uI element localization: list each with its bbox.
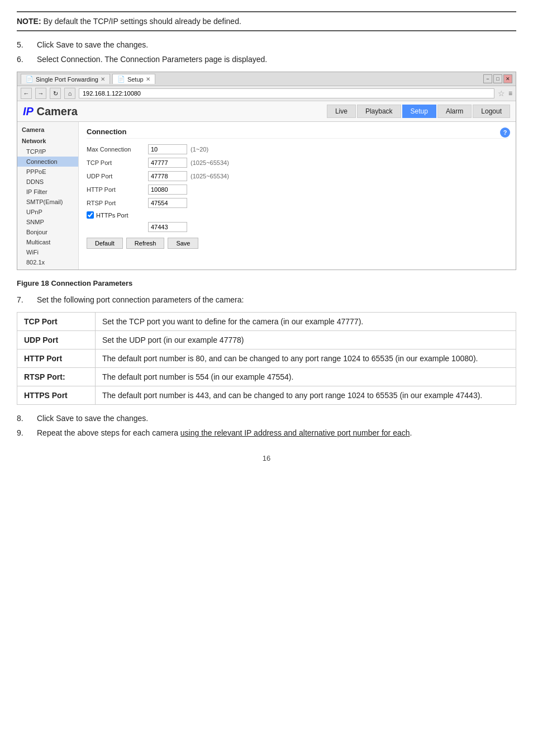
connection-title: Connection (87, 127, 508, 139)
ip-sidebar: Camera Network TCP/IP Connection PPPoE D… (17, 122, 79, 270)
menu-icon[interactable]: ≡ (508, 89, 512, 97)
param-desc: The default port number is 554 (in our e… (96, 368, 516, 386)
win-close-btn[interactable]: ✕ (503, 74, 512, 83)
input-tcp-port[interactable] (148, 158, 187, 168)
sidebar-item-ddns[interactable]: DDNS (17, 177, 78, 187)
step-8-text: Click Save to save the changes. (37, 414, 148, 423)
hint-max-connection: (1~20) (191, 146, 208, 153)
ip-tab-setup[interactable]: Setup (402, 105, 436, 118)
home-button[interactable]: ⌂ (64, 88, 75, 99)
table-row: HTTP PortThe default port number is 80, … (17, 349, 516, 368)
step-9: 9. Repeat the above steps for each camer… (17, 428, 516, 437)
sidebar-item-multicast[interactable]: Multicast (17, 237, 78, 247)
browser-tab-forwarding[interactable]: 📄 Single Port Forwarding ✕ (21, 74, 110, 84)
tab-forwarding-close[interactable]: ✕ (101, 76, 105, 82)
ip-tab-logout[interactable]: Logout (473, 105, 510, 118)
input-http-port[interactable] (148, 185, 187, 195)
input-rtsp-port[interactable] (148, 198, 187, 208)
param-name: RTSP Port: (17, 368, 96, 386)
input-https-port[interactable] (148, 222, 187, 232)
steps-list: 5. Click Save to save the changes. 6. Se… (17, 40, 516, 64)
sidebar-item-tcpip[interactable]: TCP/IP (17, 147, 78, 157)
step-7: 7. Set the following port connection par… (17, 295, 516, 304)
field-tcp-port: TCP Port (1025~65534) (87, 158, 508, 168)
sidebar-item-ipfilter[interactable]: IP Filter (17, 187, 78, 197)
refresh-nav-button[interactable]: ↻ (50, 88, 61, 99)
field-rtsp-port: RTSP Port (87, 198, 508, 208)
https-checkbox[interactable] (87, 211, 94, 219)
step-8: 8. Click Save to save the changes. (17, 414, 516, 423)
ip-tab-alarm[interactable]: Alarm (437, 105, 472, 118)
step7-list: 7. Set the following port connection par… (17, 295, 516, 304)
param-table: TCP PortSet the TCP port you want to def… (17, 312, 516, 405)
sidebar-item-connection[interactable]: Connection (17, 157, 78, 167)
help-icon[interactable]: ? (500, 127, 510, 138)
figure-caption: Figure 18 Connection Parameters (17, 279, 516, 287)
ip-btn-row: Default Refresh Save (87, 238, 508, 249)
step-6-text: Select Connection. The Connection Parame… (37, 55, 267, 64)
sidebar-item-wifi[interactable]: WiFi (17, 247, 78, 257)
steps-after-list: 8. Click Save to save the changes. 9. Re… (17, 414, 516, 437)
save-button[interactable]: Save (168, 238, 198, 249)
field-max-connection: Max Connection (1~20) (87, 144, 508, 154)
tab-setup-icon: 📄 (117, 75, 125, 83)
win-restore-btn[interactable]: □ (493, 74, 502, 83)
sidebar-camera: Camera (17, 124, 78, 135)
ip-nav-tabs: Live Playback Setup Alarm Logout (327, 105, 510, 118)
param-desc: Set the TCP port you want to define for … (96, 313, 516, 331)
table-row: RTSP Port:The default port number is 554… (17, 368, 516, 386)
sidebar-item-bonjour[interactable]: Bonjour (17, 227, 78, 237)
table-row: HTTPS PortThe default port number is 443… (17, 386, 516, 405)
param-name: HTTP Port (17, 349, 96, 368)
ip-tab-playback[interactable]: Playback (357, 105, 401, 118)
label-http-port: HTTP Port (87, 186, 148, 193)
hint-tcp-port: (1025~65534) (191, 159, 229, 166)
sidebar-item-snmp[interactable]: SNMP (17, 217, 78, 227)
label-max-connection: Max Connection (87, 146, 148, 153)
step-5-num: 5. (17, 40, 37, 49)
bookmark-icon[interactable]: ☆ (498, 89, 505, 98)
label-tcp-port: TCP Port (87, 159, 148, 166)
note-label: NOTE: (17, 17, 41, 26)
back-button[interactable]: ← (21, 88, 32, 99)
tab-setup-close[interactable]: ✕ (146, 76, 150, 82)
browser-titlebar: 📄 Single Port Forwarding ✕ 📄 Setup ✕ − □… (17, 72, 516, 86)
browser-window: 📄 Single Port Forwarding ✕ 📄 Setup ✕ − □… (17, 72, 516, 270)
input-udp-port[interactable] (148, 171, 187, 181)
note-body: By default the TCP/IP settings should al… (41, 17, 241, 26)
win-minimize-btn[interactable]: − (483, 74, 492, 83)
sidebar-item-smtp[interactable]: SMTP(Email) (17, 197, 78, 207)
sidebar-item-pppoe[interactable]: PPPoE (17, 167, 78, 177)
step-9-num: 9. (17, 428, 37, 437)
ip-camera-ui: IP Camera Live Playback Setup Alarm Logo… (17, 101, 516, 270)
https-checkbox-row: HTTPs Port (87, 211, 508, 219)
refresh-button[interactable]: Refresh (126, 238, 165, 249)
ip-tab-live[interactable]: Live (327, 105, 356, 118)
forward-button[interactable]: → (35, 88, 46, 99)
sidebar-item-802[interactable]: 802.1x (17, 257, 78, 267)
sidebar-network: Network (17, 135, 78, 147)
param-name: UDP Port (17, 331, 96, 349)
tab-setup-label: Setup (127, 76, 144, 83)
step-9-link: using the relevant IP address and altern… (180, 428, 410, 437)
browser-tab-setup[interactable]: 📄 Setup ✕ (112, 74, 155, 84)
param-name: HTTPS Port (17, 386, 96, 405)
note-block: NOTE: By default the TCP/IP settings sho… (17, 11, 516, 31)
tab-page-icon: 📄 (26, 75, 34, 83)
sidebar-item-upnp[interactable]: UPnP (17, 207, 78, 217)
default-button[interactable]: Default (87, 238, 123, 249)
field-udp-port: UDP Port (1025~65534) (87, 171, 508, 181)
window-controls: − □ ✕ (483, 74, 512, 83)
table-row: TCP PortSet the TCP port you want to def… (17, 313, 516, 331)
param-name: TCP Port (17, 313, 96, 331)
ip-logo-ip: IP (23, 105, 34, 117)
param-desc: Set the UDP port (in our example 47778) (96, 331, 516, 349)
address-bar[interactable] (79, 88, 494, 98)
input-max-connection[interactable] (148, 144, 187, 154)
ip-content: ? Connection Max Connection (1~20) TCP P… (79, 122, 516, 270)
page-number: 16 (17, 454, 516, 462)
tab-forwarding-label: Single Port Forwarding (36, 76, 98, 83)
step-7-text: Set the following port connection parame… (37, 295, 244, 304)
param-desc: The default port number is 80, and can b… (96, 349, 516, 368)
step-9-text: Repeat the above steps for each camera u… (37, 428, 412, 437)
